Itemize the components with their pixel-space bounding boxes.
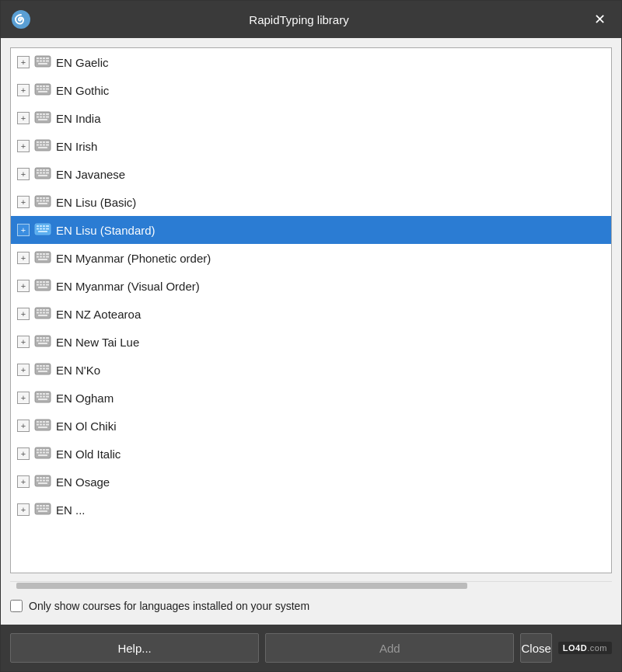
keyboard-icon: [34, 363, 51, 378]
svg-rect-33: [37, 141, 39, 143]
svg-rect-56: [46, 197, 49, 199]
list-item[interactable]: + EN Ogham: [11, 384, 611, 412]
svg-rect-120: [46, 367, 49, 369]
expand-icon[interactable]: +: [17, 447, 30, 460]
list-item[interactable]: + EN Gothic: [11, 76, 611, 104]
svg-rect-57: [37, 200, 39, 201]
list-item[interactable]: + EN NZ Aotearoa: [11, 300, 611, 328]
item-label: EN Old Italic: [56, 447, 121, 461]
expand-icon[interactable]: +: [17, 280, 30, 292]
svg-rect-3: [37, 57, 39, 59]
list-item[interactable]: + EN Irish: [11, 132, 611, 160]
svg-rect-44: [40, 169, 42, 171]
close-window-button[interactable]: ✕: [588, 9, 612, 30]
expand-icon[interactable]: +: [17, 308, 30, 320]
item-label: EN ...: [56, 503, 86, 517]
list-item[interactable]: + EN Lisu (Basic): [11, 188, 611, 216]
list-item[interactable]: + EN Lisu (Standard): [11, 216, 611, 244]
svg-rect-124: [40, 393, 42, 395]
svg-rect-41: [38, 147, 47, 148]
svg-rect-70: [46, 228, 49, 229]
expand-icon[interactable]: +: [17, 196, 30, 208]
svg-rect-109: [43, 339, 45, 341]
expand-icon[interactable]: +: [17, 252, 30, 264]
expand-icon[interactable]: +: [17, 336, 30, 348]
list-item[interactable]: + EN N'Ko: [11, 356, 611, 384]
list-item[interactable]: + EN India: [11, 104, 611, 132]
item-label: EN NZ Aotearoa: [56, 308, 141, 321]
close-button[interactable]: Close: [520, 633, 551, 663]
svg-rect-141: [38, 427, 47, 428]
svg-rect-66: [46, 225, 49, 227]
horizontal-scrollbar-thumb[interactable]: [16, 583, 467, 589]
add-button[interactable]: Add: [265, 633, 514, 663]
svg-rect-129: [43, 395, 45, 397]
svg-rect-30: [46, 116, 49, 117]
keyboard-icon: [34, 195, 51, 210]
list-item[interactable]: + EN New Tai Lue: [11, 328, 611, 356]
keyboard-icon: [34, 335, 51, 350]
list-item[interactable]: + EN Myanmar (Phonetic order): [11, 244, 611, 272]
svg-rect-13: [37, 85, 39, 87]
svg-rect-113: [37, 365, 39, 367]
svg-rect-18: [40, 88, 42, 89]
svg-rect-76: [46, 253, 49, 255]
list-item[interactable]: + EN Gaelic: [11, 48, 611, 76]
list-item[interactable]: + EN Osage: [11, 468, 611, 496]
svg-rect-114: [40, 365, 42, 367]
svg-rect-37: [37, 144, 39, 145]
svg-rect-148: [40, 451, 42, 453]
svg-rect-160: [46, 479, 49, 481]
keyboard-icon: [34, 167, 51, 182]
svg-rect-86: [46, 281, 49, 283]
svg-rect-14: [40, 85, 42, 87]
svg-rect-43: [37, 169, 39, 171]
expand-icon[interactable]: +: [17, 140, 30, 152]
svg-rect-156: [46, 477, 49, 479]
svg-rect-6: [46, 57, 49, 59]
list-item[interactable]: + EN Ol Chiki: [11, 412, 611, 440]
svg-rect-158: [40, 479, 42, 481]
item-label: EN Ol Chiki: [56, 420, 117, 433]
horizontal-scrollbar[interactable]: [10, 581, 612, 589]
svg-rect-169: [43, 507, 45, 509]
list-item[interactable]: + EN ...: [11, 496, 611, 524]
list-item[interactable]: + EN Myanmar (Visual Order): [11, 272, 611, 300]
svg-rect-149: [43, 451, 45, 453]
expand-icon[interactable]: +: [17, 475, 30, 488]
svg-rect-139: [43, 423, 45, 425]
svg-rect-118: [40, 367, 42, 369]
svg-rect-27: [37, 116, 39, 117]
svg-point-1: [20, 19, 23, 21]
expand-icon[interactable]: +: [17, 420, 30, 432]
svg-rect-134: [40, 421, 42, 423]
keyboard-icon: [34, 447, 51, 461]
item-label: EN Myanmar (Visual Order): [56, 280, 200, 293]
list-item[interactable]: + EN Old Italic: [11, 440, 611, 468]
item-label: EN Gaelic: [56, 56, 109, 69]
keyboard-icon: [34, 419, 51, 433]
keyboard-icon: [34, 251, 51, 266]
svg-rect-121: [38, 371, 47, 372]
expand-icon[interactable]: +: [17, 168, 30, 180]
library-list[interactable]: + EN Gaelic+ EN Gothic+: [10, 47, 612, 573]
help-button[interactable]: Help...: [10, 633, 259, 663]
svg-rect-83: [37, 281, 39, 283]
list-item[interactable]: + EN Javanese: [11, 160, 611, 188]
keyboard-icon: [34, 279, 51, 294]
svg-rect-77: [37, 256, 39, 257]
svg-rect-138: [40, 423, 42, 425]
expand-icon[interactable]: +: [17, 503, 30, 516]
expand-icon[interactable]: +: [17, 224, 30, 236]
expand-icon[interactable]: +: [17, 112, 30, 124]
svg-rect-119: [43, 367, 45, 369]
expand-icon[interactable]: +: [17, 56, 30, 68]
language-filter-checkbox[interactable]: [10, 600, 23, 612]
svg-rect-94: [40, 309, 42, 311]
expand-icon[interactable]: +: [17, 364, 30, 376]
expand-icon[interactable]: +: [17, 84, 30, 96]
content-area: + EN Gaelic+ EN Gothic+: [1, 38, 621, 625]
svg-rect-133: [37, 421, 39, 423]
svg-rect-38: [40, 144, 42, 145]
expand-icon[interactable]: +: [17, 392, 30, 404]
